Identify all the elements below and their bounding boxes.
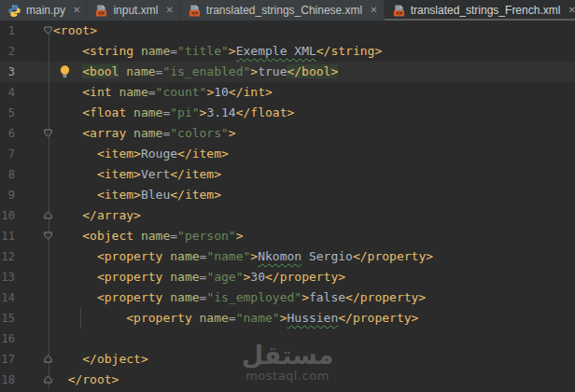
- tab-translated-strings-french-xml[interactable]: <>translated_strings_French.xml✕: [385, 0, 575, 21]
- line-number: 13: [0, 267, 15, 287]
- syntax-token: Vert: [141, 167, 170, 181]
- code-line[interactable]: 2<string name="title">Exemple XML</strin…: [0, 41, 575, 62]
- syntax-token: <object: [82, 229, 133, 243]
- syntax-token: <bool: [82, 64, 119, 78]
- editor-gutter: 7: [0, 144, 53, 164]
- syntax-token: </item>: [170, 188, 221, 202]
- syntax-token: name: [170, 290, 199, 304]
- code-text: <float name="pi">3.14</float>: [53, 103, 294, 123]
- syntax-token: name: [200, 311, 229, 325]
- xml-file-icon: <>: [392, 4, 406, 18]
- syntax-token: Rouge: [141, 147, 177, 161]
- misspelled-text: Exemple XML: [236, 44, 316, 58]
- tab-close-icon[interactable]: ✕: [165, 6, 173, 15]
- line-number: 4: [0, 82, 15, 103]
- syntax-token: </bool>: [287, 64, 338, 78]
- code-text: </root>: [53, 370, 119, 390]
- line-number: 16: [0, 329, 15, 349]
- code-text: <property name="name">Nkomon Sergio</pro…: [53, 246, 433, 267]
- code-text: <property name="age">30</property>: [53, 267, 345, 287]
- xml-file-icon: <>: [94, 4, 108, 18]
- editor-tab-bar: main.py✕<>input.xml✕<>translated_strings…: [0, 0, 575, 21]
- code-line[interactable]: 6<array name="colors">: [0, 123, 575, 144]
- syntax-token: >: [229, 126, 236, 140]
- code-line[interactable]: 9<item>Bleu</item>: [0, 185, 575, 205]
- fold-collapse-icon[interactable]: [44, 129, 52, 137]
- tab-translated-strings-chinese-xml[interactable]: <>translated_strings_Chinese.xml✕: [180, 0, 385, 21]
- syntax-token: name: [141, 44, 170, 58]
- code-line[interactable]: 14<property name="is_employed">false</pr…: [0, 287, 575, 308]
- code-line[interactable]: 7<item>Rouge</item>: [0, 144, 575, 164]
- code-editor[interactable]: 1<root>2<string name="title">Exemple XML…: [0, 21, 575, 392]
- syntax-token: </item>: [170, 167, 221, 181]
- code-line[interactable]: 4<int name="count">10</int>: [0, 82, 575, 103]
- code-line[interactable]: 11<object name="person">: [0, 226, 575, 246]
- code-line[interactable]: 3<bool name="is_enabled">true</bool>: [0, 62, 575, 82]
- code-line[interactable]: 8<item>Vert</item>: [0, 164, 575, 185]
- code-line[interactable]: 10</array>: [0, 205, 575, 226]
- code-line[interactable]: 15<property name="name">Hussien</propert…: [0, 308, 575, 329]
- tab-close-icon[interactable]: ✕: [370, 6, 377, 15]
- fold-end-icon[interactable]: [44, 355, 52, 363]
- editor-gutter: 15: [0, 308, 53, 329]
- line-number: 8: [0, 164, 15, 185]
- code-rows: 1<root>2<string name="title">Exemple XML…: [0, 21, 575, 390]
- syntax-token: </item>: [177, 147, 229, 161]
- syntax-token: >: [302, 290, 309, 304]
- svg-text:<>: <>: [98, 9, 105, 16]
- syntax-token: <property: [97, 249, 162, 263]
- xml-file-icon: <>: [188, 4, 202, 18]
- tab-close-icon[interactable]: ✕: [568, 6, 575, 15]
- code-text: <root>: [53, 21, 97, 41]
- syntax-token: [126, 105, 133, 119]
- misspelled-text: Nkomon: [258, 249, 302, 263]
- line-number: 2: [0, 41, 15, 62]
- indent-guide: [80, 308, 81, 329]
- watermark: مستقل mostaql.com: [233, 342, 342, 383]
- code-text: <item>Bleu</item>: [53, 185, 221, 205]
- fold-collapse-icon[interactable]: [44, 231, 52, 240]
- syntax-token: [192, 311, 200, 325]
- code-line[interactable]: 5<float name="pi">3.14</float>: [0, 103, 575, 123]
- syntax-token: =: [170, 229, 177, 243]
- tab-close-icon[interactable]: ✕: [73, 6, 80, 15]
- editor-gutter: 3: [0, 62, 53, 82]
- code-line[interactable]: 1<root>: [0, 21, 575, 41]
- fold-collapse-icon[interactable]: [44, 26, 52, 35]
- editor-gutter: 8: [0, 164, 53, 185]
- code-line[interactable]: 13<property name="age">30</property>: [0, 267, 575, 287]
- editor-gutter: 16: [0, 329, 53, 349]
- syntax-token: <string: [82, 44, 133, 58]
- code-text: <bool name="is_enabled">true</bool>: [53, 62, 338, 82]
- intention-bulb-icon[interactable]: [58, 64, 72, 79]
- syntax-token: "colors": [170, 126, 229, 140]
- line-number: 6: [0, 123, 15, 144]
- syntax-token: <float: [82, 105, 126, 119]
- syntax-token: <item>: [97, 147, 141, 161]
- syntax-token: "title": [177, 44, 229, 58]
- syntax-token: >: [250, 249, 258, 263]
- syntax-token: </property>: [345, 290, 426, 304]
- syntax-token: "pi": [170, 105, 199, 119]
- line-number: 14: [0, 287, 15, 308]
- syntax-token: "name": [206, 249, 250, 263]
- syntax-token: <root>: [53, 23, 97, 37]
- fold-end-icon[interactable]: [44, 375, 52, 384]
- tab-input-xml[interactable]: <>input.xml✕: [87, 0, 179, 21]
- syntax-token: [133, 229, 141, 243]
- line-number: 1: [0, 21, 15, 41]
- editor-gutter: 1: [0, 21, 53, 41]
- fold-end-icon[interactable]: [44, 211, 52, 219]
- tab-label: translated_strings_Chinese.xml: [206, 4, 362, 17]
- tab-label: input.xml: [113, 4, 158, 17]
- ide-window: main.py✕<>input.xml✕<>translated_strings…: [0, 0, 575, 392]
- tab-main-py[interactable]: main.py✕: [0, 0, 87, 21]
- syntax-token: </array>: [82, 208, 141, 222]
- svg-text:<>: <>: [396, 9, 403, 16]
- syntax-token: <property: [97, 270, 162, 284]
- code-line[interactable]: 12<property name="name">Nkomon Sergio</p…: [0, 246, 575, 267]
- syntax-token: <array: [82, 126, 126, 140]
- editor-gutter: 14: [0, 287, 53, 308]
- syntax-token: =: [229, 311, 236, 325]
- syntax-token: Bleu: [141, 188, 170, 202]
